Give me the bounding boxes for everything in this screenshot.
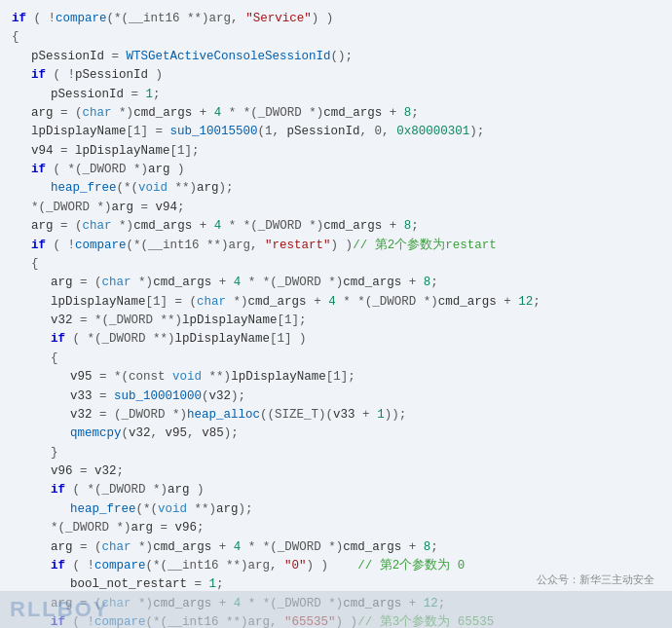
code-line: arg = (char *)cmd_args + 4 * *(_DWORD *)… [12, 274, 660, 292]
code-line: lpDisplayName[1] = (char *)cmd_args + 4 … [12, 293, 660, 312]
watermark-text: 公众号：新华三主动安全 [537, 573, 654, 587]
watermark-logo: RLLBOY [0, 591, 672, 628]
code-line: v96 = v32; [12, 462, 660, 481]
code-line: { [12, 28, 660, 47]
code-line: pSessionId = WTSGetActiveConsoleSessionI… [12, 48, 660, 66]
code-container: if ( !compare(*(__int16 **)arg, "Service… [0, 0, 672, 628]
code-line: { [12, 255, 660, 274]
code-line: pSessionId = 1; [12, 86, 660, 104]
code-line: if ( *(_DWORD *)arg ) [12, 161, 660, 179]
code-line: *(_DWORD *)arg = v94; [12, 199, 660, 217]
code-line: v33 = sub_10001000(v32); [12, 388, 660, 406]
code-line: *(_DWORD *)arg = v96; [12, 519, 660, 537]
code-line: v32 = *(_DWORD **)lpDisplayName[1]; [12, 312, 660, 330]
code-line: if ( !pSessionId ) [12, 66, 660, 85]
code-line: arg = (char *)cmd_args + 4 * *(_DWORD *)… [12, 217, 660, 236]
code-line: { [12, 350, 660, 368]
code-line: v32 = (_DWORD *)heap_alloc((SIZE_T)(v33 … [12, 406, 660, 425]
code-line: arg = (char *)cmd_args + 4 * *(_DWORD *)… [12, 104, 660, 123]
logo-label: RLLBOY [10, 597, 109, 622]
code-line: if ( *(_DWORD **)lpDisplayName[1] ) [12, 330, 660, 349]
code-line: v95 = *(const void **)lpDisplayName[1]; [12, 368, 660, 387]
code-line: lpDisplayName[1] = sub_10015500(1, pSess… [12, 123, 660, 141]
code-line: qmemcpy(v32, v95, v85); [12, 425, 660, 443]
code-line: heap_free(*(void **)arg); [12, 500, 660, 519]
code-line: heap_free(*(void **)arg); [12, 179, 660, 198]
code-line: if ( !compare(*(__int16 **)arg, "restart… [12, 237, 660, 255]
code-line: if ( *(_DWORD *)arg ) [12, 481, 660, 499]
code-line: if ( !compare(*(__int16 **)arg, "Service… [12, 10, 660, 28]
code-line: } [12, 444, 660, 462]
code-line: v94 = lpDisplayName[1]; [12, 142, 660, 161]
code-line: arg = (char *)cmd_args + 4 * *(_DWORD *)… [12, 538, 660, 557]
